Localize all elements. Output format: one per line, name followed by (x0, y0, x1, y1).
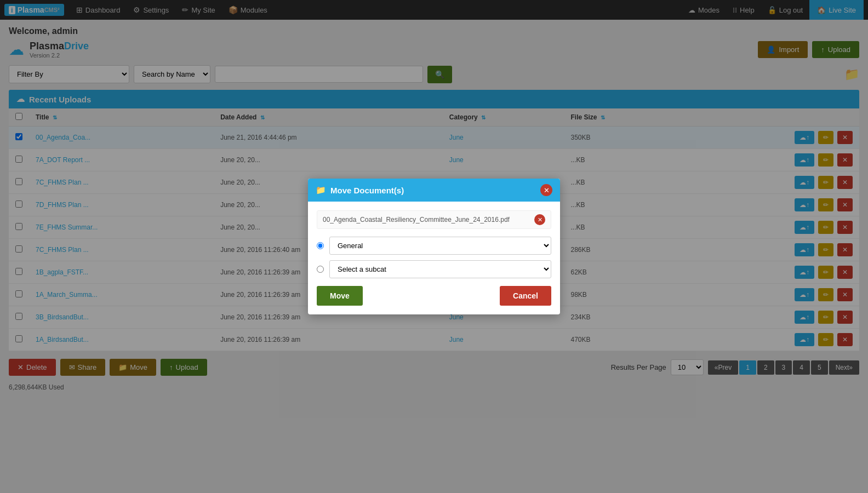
modal-body: 00_Agenda_Coastal_Resiliency_Committee_J… (308, 202, 560, 314)
modal-title: Move Document(s) (330, 186, 404, 195)
modal-subcat-row: Select a subcat (317, 260, 551, 278)
subcat-select[interactable]: Select a subcat (329, 260, 551, 278)
content-area: Welcome, admin ☁ PlasmaDrive Version 2.2… (0, 20, 868, 493)
move-document-modal: 📁 Move Document(s) ✕ 00_Agenda_Coastal_R… (308, 179, 560, 314)
category-select[interactable]: General June Other (329, 237, 551, 255)
modal-category-row: General June Other (317, 237, 551, 255)
category-radio[interactable] (317, 242, 324, 249)
modal-file-close-button[interactable]: ✕ (534, 214, 545, 225)
subcat-radio[interactable] (317, 266, 324, 273)
modal-overlay: 📁 Move Document(s) ✕ 00_Agenda_Coastal_R… (0, 0, 868, 493)
modal-filename: 00_Agenda_Coastal_Resiliency_Committee_J… (323, 216, 530, 223)
modal-cancel-button[interactable]: Cancel (500, 286, 551, 306)
modal-filename-row: 00_Agenda_Coastal_Resiliency_Committee_J… (317, 210, 551, 229)
modal-move-button[interactable]: Move (317, 286, 363, 306)
modal-close-button[interactable]: ✕ (540, 184, 552, 196)
modal-header: 📁 Move Document(s) ✕ (308, 179, 560, 202)
modal-header-left: 📁 Move Document(s) (316, 185, 404, 195)
modal-footer: Move Cancel (317, 286, 551, 306)
modal-title-icon: 📁 (316, 185, 326, 195)
